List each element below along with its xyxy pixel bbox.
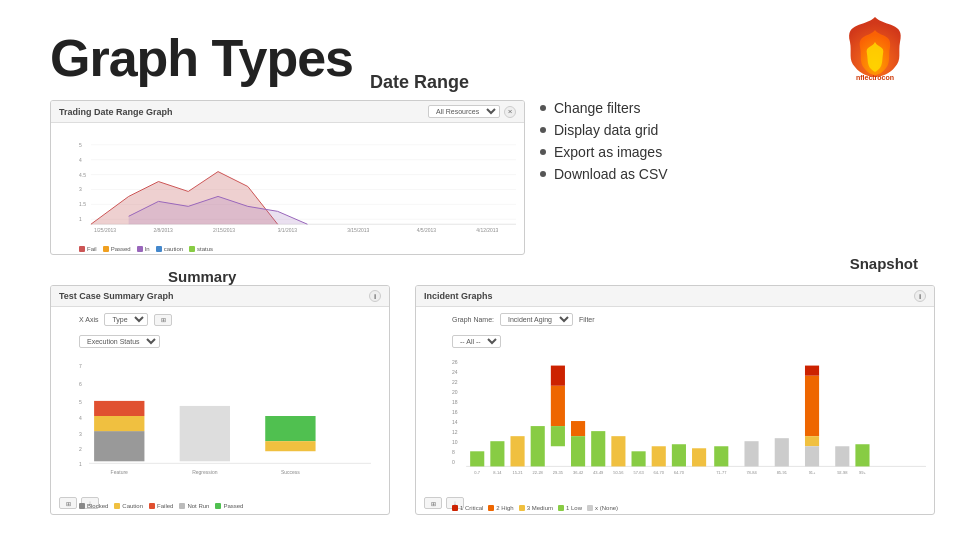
svg-text:Feature: Feature [111,469,128,475]
svg-rect-88 [692,448,706,466]
svg-rect-52 [470,451,484,466]
svg-text:4/12/2013: 4/12/2013 [476,228,498,233]
svg-rect-37 [265,441,315,451]
svg-text:78-84: 78-84 [746,470,757,475]
summary-panel-title: Test Case Summary Graph [59,291,173,301]
list-item: Download as CSV [540,166,668,182]
svg-rect-91 [855,444,869,466]
summary-controls: X Axis Type ⊞ [79,313,381,326]
bullet-dot [540,105,546,111]
bullet-dot [540,171,546,177]
incident-legend: 1 Critical 2 High 3 Medium 1 Low x (None… [452,505,618,511]
svg-rect-71 [632,451,646,466]
svg-text:2/8/2013: 2/8/2013 [153,228,173,233]
graph-panel-header: Trading Date Range Graph All Resources × [51,101,524,123]
svg-rect-54 [490,441,504,466]
info-button-incident[interactable]: i [914,290,926,302]
svg-rect-34 [180,406,230,461]
svg-rect-80 [744,441,758,466]
x-axis-select[interactable]: Type [104,313,148,326]
svg-text:4/5/2013: 4/5/2013 [417,228,437,233]
svg-text:5: 5 [79,399,82,405]
svg-text:2: 2 [79,446,82,452]
list-item: Change filters [540,100,668,116]
svg-text:50-56: 50-56 [613,470,624,475]
snapshot-label: Snapshot [850,255,918,272]
svg-text:5: 5 [79,143,82,148]
expand-button-incident[interactable]: ⊞ [424,497,442,509]
svg-rect-32 [94,401,144,416]
svg-rect-89 [835,446,849,466]
bullet-dot [540,149,546,155]
incident-graph-panel: Incident Graphs i Graph Name: Incident A… [415,285,935,515]
svg-text:22: 22 [452,379,458,385]
filter-select[interactable]: Execution Status [79,335,160,348]
svg-text:4: 4 [79,158,82,163]
svg-rect-60 [551,386,565,426]
svg-rect-76 [805,436,819,446]
svg-rect-84 [714,446,728,466]
expand-button[interactable]: ⊞ [59,497,77,509]
page-title: Graph Types [50,28,353,88]
svg-text:14: 14 [452,419,458,425]
svg-text:24: 24 [452,369,458,375]
svg-text:8-14: 8-14 [493,470,502,475]
svg-rect-75 [805,376,819,437]
svg-text:8: 8 [452,449,455,455]
svg-text:nflectrocon: nflectrocon [856,74,894,81]
summary-label: Summary [168,268,236,285]
svg-text:2/15/2013: 2/15/2013 [213,228,235,233]
svg-rect-61 [551,426,565,446]
svg-rect-62 [551,366,565,386]
svg-text:91+: 91+ [809,470,816,475]
svg-text:36-42: 36-42 [573,470,584,475]
svg-rect-31 [94,416,144,431]
date-range-label: Date Range [370,72,469,93]
graph-panel-title: Trading Date Range Graph [59,107,173,117]
summary-chart-area: X Axis Type ⊞ Execution Status 7 6 5 4 3… [51,307,389,513]
svg-text:92-98: 92-98 [837,470,848,475]
feature-list: Change filters Display data grid Export … [540,100,668,188]
all-select[interactable]: -- All -- [452,335,501,348]
svg-text:29-35: 29-35 [553,470,564,475]
svg-text:6: 6 [79,381,82,387]
svg-text:64-70: 64-70 [674,470,685,475]
date-range-graph-panel: Trading Date Range Graph All Resources ×… [50,100,525,255]
summary-graph-panel: Test Case Summary Graph i X Axis Type ⊞ … [50,285,390,515]
info-button[interactable]: i [369,290,381,302]
logo: nflectrocon [830,12,920,82]
grid-toggle[interactable]: ⊞ [154,314,172,326]
svg-text:4: 4 [79,415,82,421]
svg-text:1/25/2013: 1/25/2013 [94,228,116,233]
svg-text:1: 1 [79,217,82,222]
svg-text:57-63: 57-63 [633,470,644,475]
filter-label: Filter [579,316,595,323]
resource-select[interactable]: All Resources [428,105,500,118]
incident-controls: Graph Name: Incident Aging Filter [452,313,926,326]
close-button[interactable]: × [504,106,516,118]
top-chart-area: 5 4 4.5 3 1.5 1 1/25/2013 2/8/2013 2/15/… [51,123,524,254]
svg-rect-58 [531,426,545,466]
svg-text:0-7: 0-7 [474,470,481,475]
svg-rect-65 [571,436,585,466]
svg-rect-86 [672,444,686,466]
incident-panel-title: Incident Graphs [424,291,493,301]
svg-text:16: 16 [452,409,458,415]
svg-text:Success: Success [281,469,300,475]
incident-chart-area: Graph Name: Incident Aging Filter -- All… [416,307,934,513]
svg-text:43-49: 43-49 [593,470,604,475]
x-axis-label: X Axis [79,316,98,323]
svg-text:3/1/2013: 3/1/2013 [278,228,298,233]
svg-text:71-77: 71-77 [716,470,727,475]
chart-legend: Fail Passed In caution status [79,246,213,252]
list-item: Display data grid [540,122,668,138]
svg-text:20: 20 [452,389,458,395]
svg-text:85-91: 85-91 [777,470,788,475]
svg-text:1.5: 1.5 [79,202,86,207]
svg-text:3: 3 [79,187,82,192]
list-item: Export as images [540,144,668,160]
graph-name-select[interactable]: Incident Aging [500,313,573,326]
svg-text:99+: 99+ [859,470,866,475]
svg-text:3/15/2013: 3/15/2013 [347,228,369,233]
svg-rect-73 [652,446,666,466]
